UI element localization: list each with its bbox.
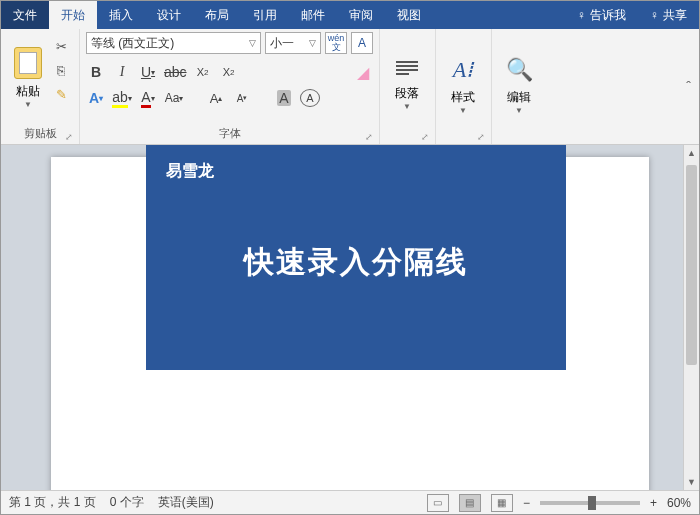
zoom-slider[interactable] bbox=[540, 501, 640, 505]
format-painter-button[interactable]: ✎ bbox=[51, 84, 71, 104]
group-label-clipboard: 剪贴板 bbox=[24, 127, 57, 139]
highlight-button[interactable]: ab▾ bbox=[112, 87, 132, 109]
zoom-level[interactable]: 60% bbox=[667, 496, 691, 510]
overlay-title: 快速录入分隔线 bbox=[166, 242, 546, 283]
char-shading-button[interactable]: A bbox=[274, 87, 294, 109]
cut-button[interactable]: ✂ bbox=[51, 36, 71, 56]
tab-file[interactable]: 文件 bbox=[1, 1, 49, 29]
paste-button[interactable]: 粘贴 ▼ bbox=[7, 32, 49, 124]
scroll-down-arrow[interactable]: ▼ bbox=[684, 474, 699, 490]
tab-design[interactable]: 设计 bbox=[145, 1, 193, 29]
collapse-ribbon-button[interactable]: ˆ bbox=[686, 79, 691, 95]
eraser-icon: ◢ bbox=[357, 63, 369, 82]
enclose-char-button[interactable]: A bbox=[300, 89, 320, 107]
status-words[interactable]: 0 个字 bbox=[110, 494, 144, 511]
superscript-button[interactable]: X2 bbox=[219, 61, 239, 83]
copy-button[interactable]: ⎘ bbox=[51, 60, 71, 80]
group-font: 等线 (西文正文)▽ 小一▽ wén文 A B I U▾ abc X2 X2 ◢… bbox=[80, 29, 380, 144]
bold-button[interactable]: B bbox=[86, 61, 106, 83]
scroll-thumb[interactable] bbox=[686, 165, 697, 365]
zoom-in-button[interactable]: + bbox=[650, 496, 657, 510]
tab-view[interactable]: 视图 bbox=[385, 1, 433, 29]
font-launcher[interactable]: ⤢ bbox=[365, 132, 373, 142]
phonetic-guide-button[interactable]: wén文 bbox=[325, 32, 347, 54]
strikethrough-button[interactable]: abc bbox=[164, 61, 187, 83]
styles-launcher[interactable]: ⤢ bbox=[477, 132, 485, 142]
vertical-scrollbar[interactable]: ▲ ▼ bbox=[683, 145, 699, 490]
tab-tellme[interactable]: ♀告诉我 bbox=[565, 1, 638, 29]
view-web-button[interactable]: ▦ bbox=[491, 494, 513, 512]
ribbon: 粘贴 ▼ ✂ ⎘ ✎ 剪贴板⤢ 等线 (西文正文)▽ 小一▽ wén文 A B … bbox=[1, 29, 699, 145]
tab-review[interactable]: 审阅 bbox=[337, 1, 385, 29]
tab-home[interactable]: 开始 bbox=[49, 1, 97, 29]
bulb-icon: ♀ bbox=[577, 8, 586, 22]
group-label-font: 字体 bbox=[219, 127, 241, 139]
clear-format-button[interactable]: ◢ bbox=[353, 61, 373, 83]
tab-references[interactable]: 引用 bbox=[241, 1, 289, 29]
shrink-font-button[interactable]: A▾ bbox=[232, 87, 252, 109]
edit-button[interactable]: 🔍 编辑▼ bbox=[498, 32, 540, 139]
view-read-button[interactable]: ▭ bbox=[427, 494, 449, 512]
clipboard-launcher[interactable]: ⤢ bbox=[65, 132, 73, 142]
search-icon: 🔍 bbox=[506, 57, 533, 83]
page-icon: ▤ bbox=[465, 497, 474, 508]
tab-layout[interactable]: 布局 bbox=[193, 1, 241, 29]
chevron-up-icon: ˆ bbox=[686, 79, 691, 95]
subscript-button[interactable]: X2 bbox=[193, 61, 213, 83]
copy-icon: ⎘ bbox=[57, 63, 65, 78]
view-print-button[interactable]: ▤ bbox=[459, 494, 481, 512]
underline-button[interactable]: U▾ bbox=[138, 61, 158, 83]
tab-insert[interactable]: 插入 bbox=[97, 1, 145, 29]
status-bar: 第 1 页，共 1 页 0 个字 英语(美国) ▭ ▤ ▦ − + 60% bbox=[1, 490, 699, 514]
status-language[interactable]: 英语(美国) bbox=[158, 494, 214, 511]
paragraph-icon bbox=[396, 61, 418, 79]
overlay-slide: 易雪龙 快速录入分隔线 bbox=[146, 145, 566, 370]
book-icon: ▭ bbox=[433, 497, 442, 508]
web-icon: ▦ bbox=[497, 497, 506, 508]
person-icon: ♀ bbox=[650, 8, 659, 22]
font-color-button[interactable]: A▾ bbox=[138, 87, 158, 109]
paragraph-launcher[interactable]: ⤢ bbox=[421, 132, 429, 142]
zoom-thumb[interactable] bbox=[588, 496, 596, 510]
overlay-brand: 易雪龙 bbox=[166, 161, 546, 182]
group-styles: A⁞ 样式▼ ⤢ bbox=[436, 29, 492, 144]
tab-bar: 文件 开始 插入 设计 布局 引用 邮件 审阅 视图 ♀告诉我 ♀共享 bbox=[1, 1, 699, 29]
brush-icon: ✎ bbox=[56, 87, 67, 102]
styles-button[interactable]: A⁞ 样式▼ bbox=[442, 32, 484, 139]
styles-icon: A⁞ bbox=[453, 57, 473, 83]
font-name-combo[interactable]: 等线 (西文正文)▽ bbox=[86, 32, 261, 54]
group-edit: 🔍 编辑▼ bbox=[492, 29, 548, 144]
document-area: 易雪龙 快速录入分隔线 ▲ ▼ bbox=[1, 145, 699, 490]
status-page[interactable]: 第 1 页，共 1 页 bbox=[9, 494, 96, 511]
tab-share[interactable]: ♀共享 bbox=[638, 1, 699, 29]
change-case-button[interactable]: Aa▾ bbox=[164, 87, 184, 109]
zoom-out-button[interactable]: − bbox=[523, 496, 530, 510]
text-effects-button[interactable]: A▾ bbox=[86, 87, 106, 109]
paragraph-button[interactable]: 段落▼ bbox=[386, 32, 428, 139]
font-size-combo[interactable]: 小一▽ bbox=[265, 32, 321, 54]
scissors-icon: ✂ bbox=[56, 39, 67, 54]
grow-font-button[interactable]: A▴ bbox=[206, 87, 226, 109]
group-paragraph: 段落▼ ⤢ bbox=[380, 29, 436, 144]
italic-button[interactable]: I bbox=[112, 61, 132, 83]
clipboard-icon bbox=[14, 47, 42, 79]
char-border-button[interactable]: A bbox=[351, 32, 373, 54]
tab-mail[interactable]: 邮件 bbox=[289, 1, 337, 29]
group-clipboard: 粘贴 ▼ ✂ ⎘ ✎ 剪贴板⤢ bbox=[1, 29, 80, 144]
scroll-up-arrow[interactable]: ▲ bbox=[684, 145, 699, 161]
